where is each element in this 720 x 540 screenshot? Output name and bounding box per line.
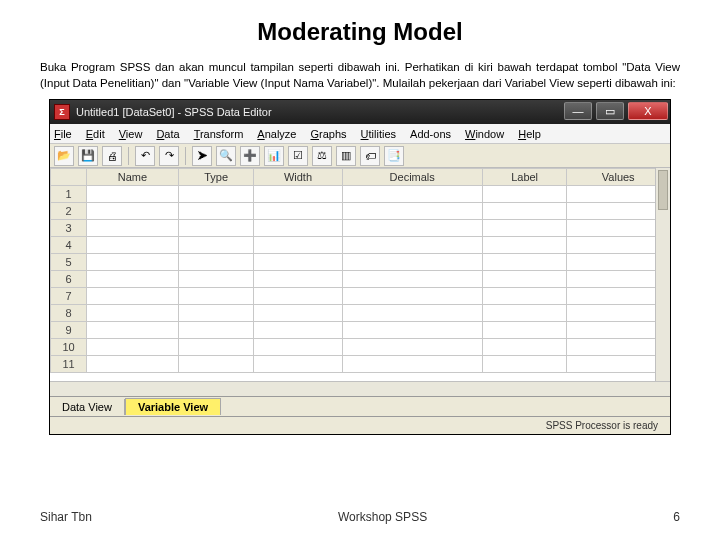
cell[interactable]: [342, 288, 482, 305]
save-icon[interactable]: 💾: [78, 146, 98, 166]
cell[interactable]: [482, 203, 567, 220]
cell[interactable]: [87, 237, 179, 254]
cell[interactable]: [254, 288, 342, 305]
col-name[interactable]: Name: [87, 169, 179, 186]
cell[interactable]: [178, 356, 253, 373]
value-icon[interactable]: 🏷: [360, 146, 380, 166]
table-row[interactable]: 10: [51, 339, 670, 356]
cell[interactable]: [342, 220, 482, 237]
table-row[interactable]: 11: [51, 356, 670, 373]
minimize-button[interactable]: —: [564, 102, 592, 120]
cell[interactable]: [87, 356, 179, 373]
col-label[interactable]: Label: [482, 169, 567, 186]
menu-addons[interactable]: Add-ons: [410, 128, 451, 140]
vars-icon[interactable]: 📊: [264, 146, 284, 166]
cell[interactable]: [178, 271, 253, 288]
row-number[interactable]: 8: [51, 305, 87, 322]
cell[interactable]: [482, 356, 567, 373]
col-type[interactable]: Type: [178, 169, 253, 186]
row-number[interactable]: 2: [51, 203, 87, 220]
cell[interactable]: [87, 220, 179, 237]
cell[interactable]: [482, 237, 567, 254]
cell[interactable]: [87, 288, 179, 305]
cell[interactable]: [482, 220, 567, 237]
cell[interactable]: [178, 203, 253, 220]
row-number[interactable]: 4: [51, 237, 87, 254]
tab-variable-view[interactable]: Variable View: [125, 398, 221, 415]
cell[interactable]: [87, 339, 179, 356]
cell[interactable]: [178, 237, 253, 254]
row-number[interactable]: 9: [51, 322, 87, 339]
menu-view[interactable]: View: [119, 128, 143, 140]
table-row[interactable]: 8: [51, 305, 670, 322]
cell[interactable]: [342, 254, 482, 271]
cell[interactable]: [342, 339, 482, 356]
close-button[interactable]: X: [628, 102, 668, 120]
cell[interactable]: [87, 322, 179, 339]
menu-transform[interactable]: Transform: [194, 128, 244, 140]
cell[interactable]: [342, 322, 482, 339]
cell[interactable]: [178, 322, 253, 339]
menu-utilities[interactable]: Utilities: [361, 128, 396, 140]
cell[interactable]: [342, 356, 482, 373]
cell[interactable]: [342, 271, 482, 288]
cell[interactable]: [178, 220, 253, 237]
cell[interactable]: [254, 339, 342, 356]
table-row[interactable]: 9: [51, 322, 670, 339]
undo-icon[interactable]: ↶: [135, 146, 155, 166]
cell[interactable]: [178, 254, 253, 271]
table-row[interactable]: 1: [51, 186, 670, 203]
row-number[interactable]: 11: [51, 356, 87, 373]
goto-icon[interactable]: ⮞: [192, 146, 212, 166]
cell[interactable]: [482, 186, 567, 203]
cell[interactable]: [87, 305, 179, 322]
cell[interactable]: [87, 254, 179, 271]
table-row[interactable]: 5: [51, 254, 670, 271]
weight-icon[interactable]: ⚖: [312, 146, 332, 166]
menu-data[interactable]: Data: [156, 128, 179, 140]
cell[interactable]: [254, 356, 342, 373]
cell[interactable]: [342, 203, 482, 220]
maximize-button[interactable]: ▭: [596, 102, 624, 120]
cell[interactable]: [254, 305, 342, 322]
variable-grid[interactable]: Name Type Width Decimals Label Values 12…: [50, 168, 670, 373]
cell[interactable]: [482, 288, 567, 305]
cell[interactable]: [482, 322, 567, 339]
table-row[interactable]: 4: [51, 237, 670, 254]
row-number[interactable]: 7: [51, 288, 87, 305]
sets-icon[interactable]: 📑: [384, 146, 404, 166]
cell[interactable]: [342, 237, 482, 254]
cell[interactable]: [482, 254, 567, 271]
col-width[interactable]: Width: [254, 169, 342, 186]
cell[interactable]: [178, 186, 253, 203]
row-number[interactable]: 1: [51, 186, 87, 203]
cell[interactable]: [482, 339, 567, 356]
table-row[interactable]: 3: [51, 220, 670, 237]
row-number[interactable]: 5: [51, 254, 87, 271]
cell[interactable]: [482, 271, 567, 288]
cell[interactable]: [342, 186, 482, 203]
cell[interactable]: [87, 186, 179, 203]
print-icon[interactable]: 🖨: [102, 146, 122, 166]
row-number[interactable]: 10: [51, 339, 87, 356]
table-row[interactable]: 7: [51, 288, 670, 305]
horizontal-scrollbar[interactable]: [50, 381, 670, 396]
menu-file[interactable]: File: [54, 128, 72, 140]
cell[interactable]: [342, 305, 482, 322]
menu-window[interactable]: Window: [465, 128, 504, 140]
menu-graphs[interactable]: Graphs: [310, 128, 346, 140]
cell[interactable]: [482, 305, 567, 322]
vertical-scrollbar[interactable]: [655, 168, 670, 396]
insert-icon[interactable]: ➕: [240, 146, 260, 166]
cell[interactable]: [254, 220, 342, 237]
tab-data-view[interactable]: Data View: [50, 399, 125, 415]
open-icon[interactable]: 📂: [54, 146, 74, 166]
cell[interactable]: [254, 322, 342, 339]
cell[interactable]: [87, 203, 179, 220]
cell[interactable]: [178, 305, 253, 322]
redo-icon[interactable]: ↷: [159, 146, 179, 166]
row-number[interactable]: 3: [51, 220, 87, 237]
find-icon[interactable]: 🔍: [216, 146, 236, 166]
row-number[interactable]: 6: [51, 271, 87, 288]
menu-analyze[interactable]: Analyze: [257, 128, 296, 140]
